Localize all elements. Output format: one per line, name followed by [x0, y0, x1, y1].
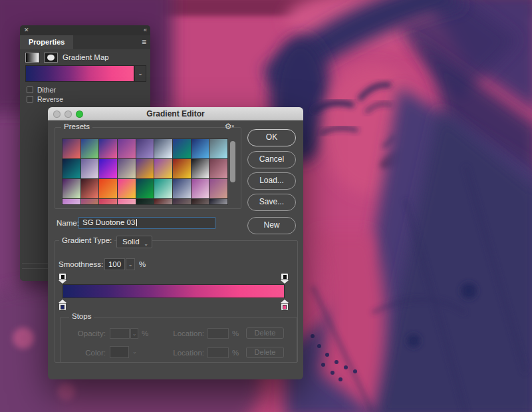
gradient-preset-swatch[interactable]	[118, 139, 136, 158]
gradient-editor-dialog: Gradient Editor Presets ⚙▾ OK Cancel Loa…	[48, 107, 303, 379]
dialog-title: Gradient Editor	[48, 109, 303, 118]
gradient-preset-swatch[interactable]	[136, 199, 154, 205]
color-dropdown-icon: ⌄	[132, 349, 137, 355]
gradient-preset-swatch[interactable]	[81, 139, 99, 158]
gradient-type-select[interactable]: Solid⌄	[116, 236, 152, 248]
gradient-preset-swatch[interactable]	[154, 179, 172, 198]
gradient-preset-swatch[interactable]	[192, 199, 209, 205]
stops-group: Stops Opacity: ⌄ % Location: % Delete Co…	[60, 317, 297, 363]
gradient-preset-swatch[interactable]	[209, 199, 227, 205]
gradient-preset-swatch[interactable]	[136, 139, 154, 158]
opacity-input	[110, 328, 130, 339]
stops-label: Stops	[69, 312, 94, 320]
location-percent-2: %	[232, 349, 239, 357]
gradient-preset-swatch[interactable]	[209, 159, 227, 178]
gradient-preset-swatch[interactable]	[154, 199, 172, 205]
gradient-type-value: Solid	[122, 238, 140, 246]
gear-dropdown-icon: ▾	[231, 124, 234, 128]
smoothness-input[interactable]: 100	[104, 258, 125, 270]
gradient-name-input[interactable]: SG Duotone 03	[78, 217, 215, 229]
adjustment-title: Gradient Map	[63, 53, 109, 61]
gradient-preset-swatch[interactable]	[99, 139, 117, 158]
opacity-label: Opacity:	[74, 329, 106, 337]
save-button[interactable]: Save...	[247, 194, 296, 211]
collapse-panel-icon[interactable]: «	[144, 27, 146, 33]
gradient-picker-dropdown[interactable]: ⌄	[134, 65, 146, 82]
color-stop-right[interactable]	[281, 300, 289, 311]
delete-button-2: Delete	[246, 347, 284, 358]
gradient-preset-swatch[interactable]	[209, 179, 227, 198]
gradient-preset-swatch[interactable]	[63, 159, 80, 178]
opacity-percent: %	[142, 329, 148, 337]
gradient-preset-swatch[interactable]	[118, 199, 136, 205]
gradient-type-label: Gradient Type:	[59, 236, 114, 244]
dither-label: Dither	[37, 86, 56, 94]
opacity-stop-right[interactable]	[281, 273, 289, 284]
color-swatch-box	[110, 346, 129, 358]
gradient-preset-swatch[interactable]	[154, 159, 172, 178]
location-label-2: Location:	[171, 349, 204, 357]
load-button[interactable]: Load...	[247, 172, 296, 190]
gradient-preset-swatch[interactable]	[192, 139, 209, 158]
presets-menu[interactable]: ⚙▾	[225, 122, 234, 131]
presets-label: Presets	[61, 122, 92, 130]
panel-menu-icon[interactable]: ≡	[142, 37, 146, 47]
new-button[interactable]: New	[247, 217, 296, 234]
reverse-checkbox[interactable]	[27, 96, 33, 103]
color-label: Color:	[74, 349, 106, 357]
ok-button[interactable]: OK	[247, 129, 296, 146]
gradient-preset-swatch[interactable]	[154, 139, 172, 158]
presets-grid	[62, 138, 228, 205]
layer-mask-icon[interactable]	[44, 53, 58, 63]
name-label: Name:	[57, 219, 79, 227]
cancel-button[interactable]: Cancel	[247, 151, 296, 168]
color-stop-left[interactable]	[59, 300, 66, 311]
gradient-preset-swatch[interactable]	[118, 159, 136, 178]
opacity-stop-left[interactable]	[59, 273, 66, 284]
gradient-preset-swatch[interactable]	[136, 179, 154, 198]
close-icon[interactable]: ✕	[24, 27, 29, 33]
gradient-preset-swatch[interactable]	[173, 139, 191, 158]
gradient-preset-swatch[interactable]	[63, 139, 80, 158]
gradient-preset-swatch[interactable]	[81, 159, 99, 178]
location-percent-1: %	[232, 329, 239, 337]
gradient-preview-bar[interactable]	[25, 65, 134, 82]
panel-tab-row: Properties ≡	[20, 35, 150, 49]
chevron-down-icon: ⌄	[144, 238, 148, 250]
gradient-preset-swatch[interactable]	[63, 179, 80, 198]
smoothness-label: Smoothness:	[59, 260, 103, 268]
gradient-preset-swatch[interactable]	[63, 199, 80, 205]
reverse-label: Reverse	[37, 95, 63, 103]
location-input-1	[207, 328, 229, 339]
gradient-edit-bar[interactable]	[63, 284, 285, 298]
gradient-preset-swatch[interactable]	[173, 179, 191, 198]
gradient-preset-swatch[interactable]	[118, 179, 136, 198]
tab-properties[interactable]: Properties	[20, 35, 73, 49]
location-label-1: Location:	[171, 329, 204, 337]
gradient-preset-swatch[interactable]	[136, 159, 154, 178]
gradient-preset-swatch[interactable]	[99, 199, 117, 205]
presets-group: Presets ⚙▾	[55, 127, 241, 209]
gradient-preset-swatch[interactable]	[81, 179, 99, 198]
gradient-fill-icon[interactable]	[25, 53, 39, 63]
dither-checkbox[interactable]	[27, 87, 33, 93]
dialog-titlebar[interactable]: Gradient Editor	[48, 107, 303, 120]
panel-header: ✕ «	[20, 25, 150, 35]
gear-icon: ⚙	[225, 122, 232, 131]
gradient-preset-swatch[interactable]	[99, 179, 117, 198]
text-cursor	[136, 219, 137, 226]
presets-scrollbar-thumb[interactable]	[230, 141, 235, 182]
mask-ellipse	[47, 55, 55, 61]
delete-button-1: Delete	[246, 327, 284, 339]
location-input-2	[207, 347, 229, 358]
gradient-preset-swatch[interactable]	[173, 159, 191, 178]
opacity-dropdown-icon: ⌄	[130, 328, 138, 339]
name-value: SG Duotone 03	[82, 218, 135, 226]
gradient-preset-swatch[interactable]	[192, 179, 209, 198]
gradient-preset-swatch[interactable]	[81, 199, 99, 205]
smoothness-dropdown-icon[interactable]: ⌄	[126, 258, 135, 270]
gradient-preset-swatch[interactable]	[209, 139, 227, 158]
gradient-preset-swatch[interactable]	[99, 159, 117, 178]
gradient-preset-swatch[interactable]	[173, 199, 191, 205]
gradient-preset-swatch[interactable]	[192, 159, 209, 178]
